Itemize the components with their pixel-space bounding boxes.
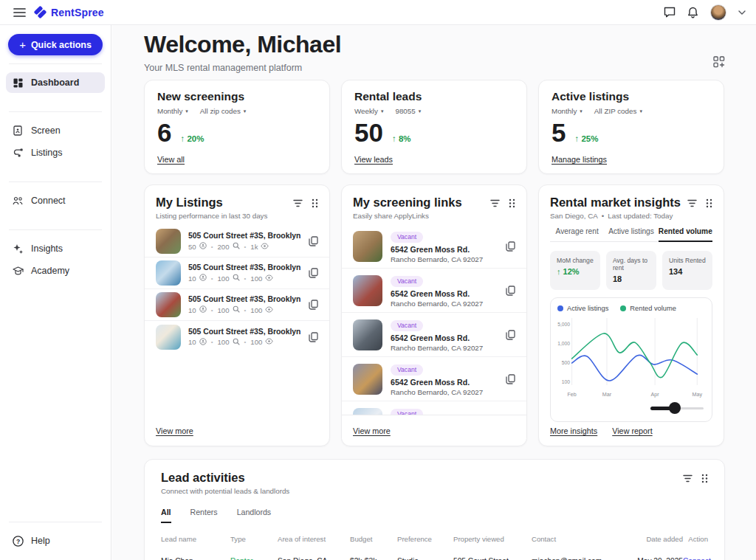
tab-rented-volume[interactable]: Rented volume bbox=[659, 227, 712, 242]
svg-text:May: May bbox=[693, 391, 703, 398]
sidebar-divider bbox=[9, 63, 102, 64]
lead-connect-link[interactable]: Connect bbox=[683, 557, 711, 560]
sidebar-item-screen[interactable]: Screen bbox=[6, 120, 105, 141]
notifications-bell-icon[interactable] bbox=[687, 7, 698, 18]
column-header: Contact bbox=[532, 535, 620, 543]
filter-icon[interactable] bbox=[490, 199, 500, 207]
svg-text:100: 100 bbox=[562, 379, 570, 385]
copy-icon[interactable] bbox=[506, 330, 515, 340]
listing-row[interactable]: 505 Court Street #3S, Brooklyn 10 • 100 … bbox=[145, 257, 329, 289]
filter-icon[interactable] bbox=[687, 199, 697, 207]
screening-address: 6542 Green Moss Rd. bbox=[391, 245, 483, 254]
quick-actions-button[interactable]: + Quick actions bbox=[8, 34, 103, 55]
screening-city: Rancho Bernardo, CA 92027 bbox=[391, 300, 483, 308]
insights-chart-panel: Active listings Rented volume FebMarAprM… bbox=[550, 297, 712, 422]
screening-link-row[interactable]: Vacant 6542 Green Moss Rd. Rancho Bernar… bbox=[342, 357, 526, 401]
sidebar-item-listings[interactable]: Listings bbox=[6, 142, 105, 163]
column-header: Type bbox=[230, 535, 278, 543]
listing-thumbnail bbox=[353, 319, 382, 350]
copy-icon[interactable] bbox=[309, 268, 318, 278]
view-all-link[interactable]: View all bbox=[157, 155, 185, 164]
chart-range-slider[interactable] bbox=[650, 402, 704, 414]
lead-property-link[interactable]: 505 Court Street bbox=[453, 557, 532, 560]
user-avatar[interactable] bbox=[710, 4, 726, 21]
copy-icon[interactable] bbox=[309, 332, 318, 342]
drag-handle-icon[interactable] bbox=[701, 474, 708, 483]
listing-thumbnail bbox=[156, 260, 181, 286]
customize-widgets-icon[interactable] bbox=[713, 56, 725, 71]
sidebar-item-connect[interactable]: Connect bbox=[6, 190, 105, 211]
legend-dot-active-listings bbox=[557, 305, 563, 311]
view-more-link[interactable]: View more bbox=[353, 426, 391, 435]
copy-icon[interactable] bbox=[309, 236, 318, 246]
hamburger-menu-icon[interactable] bbox=[10, 4, 28, 21]
period-select[interactable]: Monthly▾ bbox=[157, 107, 188, 115]
lead-name-link[interactable]: Mia Chen bbox=[161, 557, 230, 560]
copy-icon[interactable] bbox=[309, 300, 318, 310]
account-chevron-down-icon[interactable] bbox=[738, 10, 746, 15]
sidebar-item-help[interactable]: ? Help bbox=[6, 530, 105, 551]
tab-all[interactable]: All bbox=[161, 508, 171, 523]
stat-card-title: Rental leads bbox=[354, 90, 514, 103]
chevron-down-icon: ▾ bbox=[185, 108, 188, 114]
svg-text:Apr: Apr bbox=[651, 391, 660, 398]
listing-row[interactable]: 505 Court Street #3S, Brooklyn 10 • 100 … bbox=[145, 321, 329, 353]
sidebar-item-academy[interactable]: Academy bbox=[6, 260, 105, 281]
sidebar-item-dashboard[interactable]: Dashboard bbox=[6, 72, 105, 93]
zip-select[interactable]: 98055▾ bbox=[395, 107, 421, 115]
up-arrow-icon: ↑ bbox=[392, 134, 396, 143]
zip-select[interactable]: All ZIP codes▾ bbox=[594, 107, 642, 115]
tab-landlords[interactable]: Landlords bbox=[237, 508, 272, 523]
column-header: Action bbox=[683, 535, 708, 543]
rentspree-logo-icon bbox=[34, 6, 47, 18]
view-more-link[interactable]: View more bbox=[156, 426, 193, 435]
more-insights-link[interactable]: More insights bbox=[550, 426, 597, 435]
sidebar-item-insights[interactable]: Insights bbox=[6, 238, 105, 259]
lead-preference: Studio bbox=[397, 557, 453, 560]
insights-tabs: Average rent Active listings Rented volu… bbox=[550, 227, 712, 242]
column-header: Budget bbox=[350, 535, 397, 543]
copy-icon[interactable] bbox=[506, 286, 515, 296]
screening-link-row[interactable]: Vacant 6542 Green Moss Rd. Rancho Bernar… bbox=[342, 313, 526, 357]
views-eye-icon bbox=[261, 243, 269, 251]
brand-name: RentSpree bbox=[51, 7, 104, 18]
lead-contact-link[interactable]: miachen@gmail.com bbox=[532, 557, 620, 560]
listing-row[interactable]: 505 Court Street #3S, Brooklyn 50 • 200 … bbox=[145, 226, 329, 257]
stat-card-active-listings: Active listings Monthly▾ All ZIP codes▾ … bbox=[538, 80, 724, 174]
screening-link-row[interactable]: Vacant 6542 Green Moss Rd. Rancho Bernar… bbox=[342, 224, 526, 269]
period-select[interactable]: Weekly▾ bbox=[354, 107, 383, 115]
bullet-separator: • bbox=[602, 212, 604, 220]
drag-handle-icon[interactable] bbox=[312, 198, 318, 208]
topbar: RentSpree bbox=[0, 0, 756, 25]
period-select[interactable]: Monthly▾ bbox=[551, 107, 583, 115]
rentspree-logo[interactable]: RentSpree bbox=[34, 6, 104, 18]
searches-magnifier-icon bbox=[233, 305, 240, 314]
stat-value: 5 bbox=[551, 122, 566, 144]
stat-box-avg-days: Avg. days to rent 18 bbox=[606, 251, 656, 290]
copy-icon[interactable] bbox=[506, 241, 515, 252]
academy-graduation-cap-icon bbox=[12, 266, 24, 276]
insights-chart: FebMarAprMay5,0001,000500100 bbox=[557, 314, 705, 401]
view-leads-link[interactable]: View leads bbox=[354, 155, 393, 164]
rental-market-insights-card: Rental market insights San Diego, CA • L… bbox=[538, 184, 724, 446]
listing-row[interactable]: 505 Court Street #3S, Brooklyn 10 • 100 … bbox=[145, 289, 329, 321]
filter-icon[interactable] bbox=[683, 474, 693, 483]
sidebar-item-label: Screen bbox=[31, 125, 61, 136]
zip-select[interactable]: All zip codes▾ bbox=[200, 107, 247, 115]
screening-link-row[interactable]: Vacant 6542 Green Moss Rd. Rancho Bernar… bbox=[342, 269, 526, 313]
applicants-person-icon bbox=[199, 242, 207, 251]
chevron-down-icon: ▾ bbox=[639, 108, 642, 114]
tab-renters[interactable]: Renters bbox=[190, 508, 218, 523]
copy-icon[interactable] bbox=[506, 374, 515, 384]
drag-handle-icon[interactable] bbox=[509, 198, 515, 208]
tab-average-rent[interactable]: Average rent bbox=[550, 227, 604, 242]
messages-icon[interactable] bbox=[664, 7, 676, 18]
filter-icon[interactable] bbox=[293, 199, 303, 207]
drag-handle-icon[interactable] bbox=[706, 198, 712, 208]
view-report-link[interactable]: View report bbox=[612, 426, 652, 435]
manage-listings-link[interactable]: Manage listings bbox=[551, 155, 607, 164]
slider-knob[interactable] bbox=[669, 402, 681, 414]
tab-active-listings[interactable]: Active listings bbox=[604, 227, 658, 242]
svg-text:Feb: Feb bbox=[567, 391, 576, 398]
searches-magnifier-icon bbox=[233, 338, 240, 347]
